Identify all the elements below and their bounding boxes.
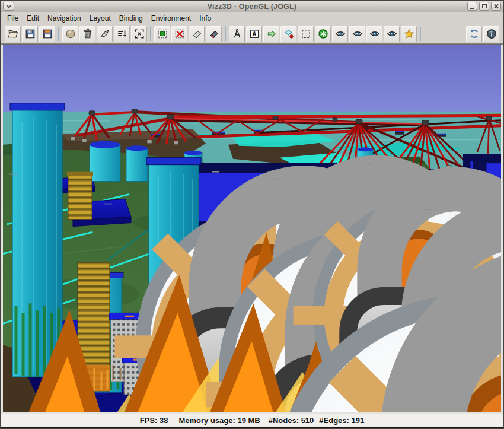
edge-count: #Edges: 191 xyxy=(319,416,364,425)
menu-binding[interactable]: Binding xyxy=(115,13,147,24)
sphere-icon xyxy=(65,28,76,39)
toolbar-separator xyxy=(150,27,151,41)
measure-compass-button[interactable] xyxy=(229,26,245,42)
add-node-button[interactable] xyxy=(154,26,170,42)
eye-icon xyxy=(335,28,346,39)
toolbar: A xyxy=(1,24,503,44)
menu-navigation[interactable]: Navigation xyxy=(43,13,85,24)
eraser-red-icon xyxy=(209,28,219,39)
star-icon xyxy=(404,28,414,39)
menu-environment[interactable]: Environment xyxy=(147,13,195,24)
teal-tower xyxy=(10,103,65,377)
titlebar: Vizz3D - OpenGL (JOGL) xyxy=(1,1,503,12)
sphere-mode-button[interactable] xyxy=(62,26,78,42)
toolbar-separator xyxy=(225,27,226,41)
green-asterisk-icon xyxy=(318,28,328,39)
minimize-button[interactable] xyxy=(467,2,477,11)
refresh-icon xyxy=(469,28,480,39)
menu-info[interactable]: Info xyxy=(195,13,215,24)
window-title: Vizz3D - OpenGL (JOGL) xyxy=(1,2,503,11)
menubar: File Edit Navigation Layout Binding Envi… xyxy=(1,12,503,24)
close-button[interactable] xyxy=(491,2,501,11)
remove-node-icon xyxy=(174,28,185,39)
3d-viewport[interactable] xyxy=(1,44,503,414)
label-text-button[interactable]: A xyxy=(246,26,262,42)
statusbar: FPS: 38 Memory usage: 19 MB #Nodes: 510 … xyxy=(1,414,503,428)
menu-file[interactable]: File xyxy=(3,13,23,24)
sky xyxy=(3,45,501,116)
compass-icon xyxy=(232,28,243,39)
eye-icon xyxy=(352,28,363,39)
vizz3d-window: Vizz3D - OpenGL (JOGL) File Edit Navigat… xyxy=(0,0,504,429)
node-count: #Nodes: 510 xyxy=(269,416,314,425)
toolbar-separator xyxy=(58,27,59,41)
fps-value: FPS: 38 xyxy=(140,416,168,425)
info-icon xyxy=(486,28,497,39)
window-controls xyxy=(467,2,501,11)
save-as-icon xyxy=(42,28,53,39)
fit-view-button[interactable] xyxy=(131,26,147,42)
toolbar-separator xyxy=(420,27,421,41)
move-node-icon xyxy=(283,28,294,39)
selection-box-icon xyxy=(301,28,311,39)
sort-layers-button[interactable] xyxy=(114,26,130,42)
maximize-button[interactable] xyxy=(479,2,489,11)
fit-brackets-icon xyxy=(134,28,145,39)
paint-knife-icon xyxy=(100,28,110,39)
delete-button[interactable] xyxy=(79,26,95,42)
menu-layout[interactable]: Layout xyxy=(85,13,115,24)
eye-toggle-3-button[interactable] xyxy=(366,26,382,42)
open-file-button[interactable] xyxy=(5,26,21,42)
save-as-button[interactable] xyxy=(39,26,55,42)
move-node-button[interactable] xyxy=(280,26,296,42)
add-node-icon xyxy=(157,28,168,39)
snap-green-button[interactable] xyxy=(315,26,331,42)
trash-icon xyxy=(82,28,93,39)
info-button[interactable] xyxy=(483,26,499,42)
erase-marked-button[interactable] xyxy=(206,26,222,42)
selection-box-button[interactable] xyxy=(298,26,314,42)
eye-toggle-2-button[interactable] xyxy=(349,26,365,42)
paint-tool-button[interactable] xyxy=(97,26,113,42)
star-favorite-button[interactable] xyxy=(401,26,417,42)
eye-toggle-4-button[interactable] xyxy=(384,26,400,42)
save-button[interactable] xyxy=(22,26,38,42)
eye-icon xyxy=(369,28,380,39)
folder-open-icon xyxy=(8,28,18,39)
memory-usage: Memory usage: 19 MB xyxy=(178,416,260,425)
eye-toggle-1-button[interactable] xyxy=(332,26,348,42)
eraser-icon xyxy=(192,28,202,39)
maximize-icon xyxy=(482,4,487,8)
sort-icon xyxy=(117,28,127,39)
remove-node-button[interactable] xyxy=(171,26,187,42)
refresh-button[interactable] xyxy=(466,26,482,42)
vizz3d-scene xyxy=(3,45,501,412)
save-icon xyxy=(25,28,36,39)
erase-light-button[interactable] xyxy=(189,26,205,42)
label-a-icon: A xyxy=(249,28,260,39)
arrow-right-icon xyxy=(266,28,277,39)
minimize-icon xyxy=(470,8,474,9)
menu-edit[interactable]: Edit xyxy=(23,13,43,24)
eye-icon xyxy=(387,28,397,39)
close-icon xyxy=(493,4,499,9)
go-arrow-button[interactable] xyxy=(263,26,279,42)
svg-text:A: A xyxy=(252,31,257,37)
